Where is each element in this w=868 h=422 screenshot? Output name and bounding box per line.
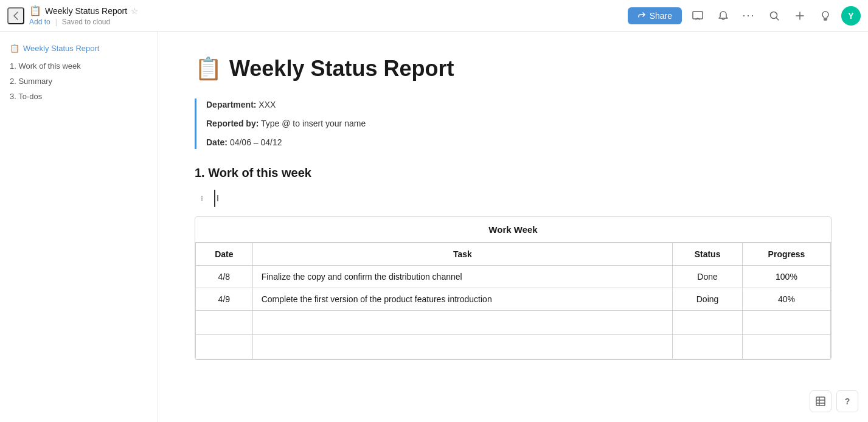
doc-title: Weekly Status Report [45, 6, 127, 16]
col-task: Task [252, 243, 673, 266]
bell-button[interactable] [713, 6, 733, 26]
date-label: Date: [206, 137, 227, 147]
cell-date-0: 4/8 [196, 266, 253, 288]
svg-point-3 [201, 198, 203, 199]
topbar-meta: Add to | Saved to cloud [29, 18, 139, 26]
cell-status-3 [673, 335, 743, 359]
topbar-right: Share ··· Y [628, 6, 861, 26]
add-to-link[interactable]: Add to [29, 18, 50, 26]
help-button[interactable]: ? [836, 390, 858, 412]
svg-rect-5 [816, 397, 825, 406]
data-table: Date Task Status Progress 4/8 Finalize t… [195, 243, 831, 359]
add-button[interactable] [790, 6, 810, 26]
cell-status-0: Done [673, 266, 743, 288]
date-val: 04/06 – 04/12 [230, 137, 282, 147]
section1-heading: 1. Work of this week [195, 166, 832, 180]
table-icon-button[interactable] [810, 390, 832, 412]
table-row [196, 335, 831, 359]
sidebar-item-summary[interactable]: 2. Summary [10, 75, 148, 87]
col-progress: Progress [742, 243, 830, 266]
sidebar-nav: 1. Work of this week 2. Summary 3. To-do… [10, 60, 148, 102]
reported-by-label: Reported by: [206, 119, 259, 128]
col-date: Date [196, 243, 253, 266]
department-label: Department: [206, 100, 256, 109]
back-button[interactable] [7, 7, 24, 24]
cell-status-2 [673, 311, 743, 335]
topbar-left: 📋 Weekly Status Report ☆ Add to | Saved … [7, 5, 139, 26]
cell-date-2 [196, 311, 253, 335]
text-cursor-area[interactable]: I [214, 190, 832, 207]
reported-by-row: Reported by: Type @ to insert your name [206, 117, 832, 130]
table-row: 4/8 Finalize the copy and confirm the di… [196, 266, 831, 288]
sidebar-doc-title: Weekly Status Report [23, 44, 99, 53]
svg-point-1 [771, 12, 777, 18]
layout: 📋 Weekly Status Report 1. Work of this w… [0, 0, 868, 422]
department-val: XXX [259, 100, 276, 109]
topbar-title-area: 📋 Weekly Status Report ☆ Add to | Saved … [29, 5, 139, 26]
cell-task-0: Finalize the copy and confirm the distri… [252, 266, 673, 288]
avatar[interactable]: Y [841, 6, 861, 26]
bottom-right-actions: ? [810, 390, 858, 412]
cursor-indicator: I [217, 193, 219, 203]
star-icon[interactable]: ☆ [131, 6, 139, 16]
cell-progress-0: 100% [742, 266, 830, 288]
info-block: Department: XXX Reported by: Type @ to i… [195, 99, 832, 149]
date-row: Date: 04/06 – 04/12 [206, 136, 832, 149]
search-button[interactable] [765, 6, 784, 26]
cell-progress-2 [742, 311, 830, 335]
svg-point-4 [201, 199, 203, 201]
topbar: 📋 Weekly Status Report ☆ Add to | Saved … [0, 0, 868, 32]
block-action-button[interactable] [195, 191, 209, 206]
doc-icon: 📋 [29, 5, 41, 16]
heading-icon: 📋 [195, 56, 222, 81]
sidebar-item-work[interactable]: 1. Work of this week [10, 60, 148, 72]
department-row: Department: XXX [206, 99, 832, 111]
bulb-button[interactable] [816, 6, 835, 26]
col-status: Status [673, 243, 743, 266]
work-week-table: Work Week Date Task Status Progress 4/8 … [195, 216, 832, 360]
cell-task-2 [252, 311, 673, 335]
sidebar-item-todos[interactable]: 3. To-dos [10, 91, 148, 102]
table-row [196, 311, 831, 335]
sidebar: 📋 Weekly Status Report 1. Work of this w… [0, 32, 158, 422]
cell-task-3 [252, 335, 673, 359]
text-input-row: I [195, 190, 832, 207]
table-row: 4/9 Complete the first version of the pr… [196, 288, 831, 311]
help-icon: ? [845, 396, 850, 406]
saved-status: Saved to cloud [62, 18, 110, 26]
table-title: Work Week [195, 217, 831, 243]
cell-progress-3 [742, 335, 830, 359]
cell-task-1: Complete the first version of the produc… [252, 288, 673, 311]
svg-point-2 [201, 196, 203, 197]
cell-date-1: 4/9 [196, 288, 253, 311]
sidebar-doc-link[interactable]: 📋 Weekly Status Report [10, 44, 148, 53]
cell-status-1: Doing [673, 288, 743, 311]
share-label: Share [650, 11, 672, 21]
share-button[interactable]: Share [628, 7, 682, 24]
main-content: 📋 Weekly Status Report Department: XXX R… [158, 32, 868, 422]
heading-text: Weekly Status Report [229, 56, 454, 81]
cell-date-3 [196, 335, 253, 359]
sidebar-doc-icon: 📋 [10, 44, 19, 53]
cell-progress-1: 40% [742, 288, 830, 311]
more-button[interactable]: ··· [739, 6, 759, 26]
reported-by-val: Type @ to insert your name [261, 119, 366, 128]
present-button[interactable] [688, 6, 707, 26]
doc-heading: 📋 Weekly Status Report [195, 56, 832, 81]
